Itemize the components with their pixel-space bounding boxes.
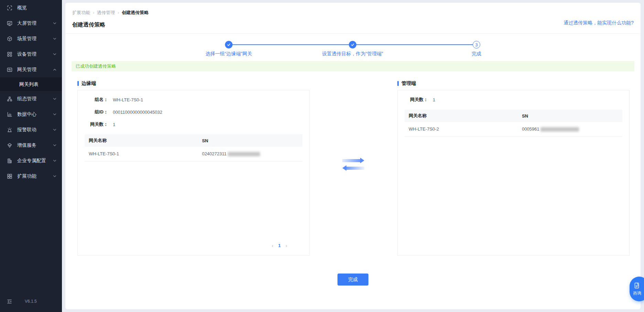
- table-row: WH-LTE-7S0-1 0240272311: [85, 147, 302, 161]
- step-connector: [233, 44, 349, 45]
- header-divider: [65, 33, 641, 34]
- help-link[interactable]: 通过透传策略，能实现什么功能?: [564, 20, 634, 26]
- edge-title-text: 边缘端: [82, 80, 96, 87]
- sidebar-item-extension[interactable]: 扩展功能: [0, 168, 62, 184]
- sidebar-item-alarm[interactable]: 报警联动: [0, 122, 62, 137]
- chevron-down-icon: [53, 159, 56, 163]
- chevron-down-icon: [53, 144, 56, 147]
- chevron-up-icon: [53, 68, 56, 71]
- edge-gateway-table: 网关名称 SN WH-LTE-7S0-1 0240272311: [85, 134, 302, 161]
- sidebar-item-gateway[interactable]: 网关管理: [0, 62, 62, 77]
- gateway-name-cell: WH-LTE-7S0-1: [85, 147, 198, 161]
- sidebar-item-label: 组态管理: [17, 96, 53, 102]
- chevron-down-icon: [53, 113, 56, 116]
- transfer-arrows-icon: [342, 158, 365, 171]
- management-section-title: 管理端: [397, 80, 630, 87]
- chevron-down-icon: [53, 175, 56, 178]
- sidebar-item-enterprise[interactable]: 企业专属配置: [0, 153, 62, 168]
- sidebar-item-label: 数据中心: [17, 111, 53, 118]
- field-value: 00011000000000045032: [113, 110, 162, 115]
- pagination-page-1[interactable]: 1: [278, 243, 281, 248]
- step-connector: [356, 44, 473, 45]
- field-gateway-count: 网关数： 1: [398, 97, 629, 103]
- check-icon: [351, 43, 355, 47]
- field-group-name: 组名： WH-LTE-7S0-1: [78, 97, 309, 103]
- management-gateway-table: 网关名称 SN WH-LTE-7S0-2 0005961: [405, 110, 622, 137]
- sn-masked-blur: [228, 152, 260, 156]
- sidebar-item-datacenter[interactable]: 数据中心: [0, 107, 62, 122]
- breadcrumb-item[interactable]: 扩展功能: [72, 10, 90, 16]
- step-2-label: 设置透传目标，作为“管理端”: [298, 51, 408, 57]
- check-icon: [227, 43, 231, 47]
- step-number: 3: [475, 42, 477, 47]
- main-content: 扩展功能 › 透传管理 › 创建透传策略 创建透传策略 通过透传策略，能实现什么…: [65, 3, 641, 309]
- stepper: 3 选择一组“边缘端”网关 设置透传目标，作为“管理端” 完成: [65, 37, 641, 60]
- chevron-down-icon: [53, 37, 56, 41]
- collapse-sidebar-icon[interactable]: [7, 299, 12, 304]
- sidebar-item-label: 设备管理: [17, 51, 53, 57]
- transfer-graphic-area: [310, 80, 397, 256]
- sidebar-item-bigscreen[interactable]: 大屏管理: [0, 15, 62, 31]
- breadcrumb-separator: ›: [118, 10, 119, 15]
- gateway-icon: [7, 67, 12, 73]
- finish-button[interactable]: 完成: [337, 274, 368, 286]
- field-value: 1: [433, 97, 435, 102]
- page-head: 创建透传策略 通过透传策略，能实现什么功能?: [65, 21, 641, 28]
- sidebar-item-device[interactable]: 设备管理: [0, 46, 62, 62]
- consult-fab-button[interactable]: 咨询: [630, 277, 644, 301]
- version-label: V6.1.5: [25, 299, 37, 304]
- pagination: ‹ 1 ›: [272, 243, 287, 248]
- sidebar-item-configuration[interactable]: 组态管理: [0, 91, 62, 107]
- page-title: 创建透传策略: [72, 22, 105, 27]
- sidebar-item-scene[interactable]: 场景管理: [0, 31, 62, 46]
- field-label: 组名：: [78, 97, 108, 103]
- scene-icon: [7, 36, 12, 42]
- configuration-icon: [7, 96, 12, 102]
- field-gateway-count: 网关数： 1: [78, 121, 309, 127]
- sidebar-item-label: 大屏管理: [17, 20, 53, 26]
- sidebar-item-label: 增值服务: [17, 142, 53, 148]
- gateway-sn-cell: 0240272311: [198, 147, 302, 161]
- sn-visible: 0005961: [522, 126, 539, 132]
- sidebar-subitem-gateway-list[interactable]: 网关列表: [0, 77, 62, 91]
- step-2-circle: [349, 41, 356, 48]
- chevron-down-icon: [53, 97, 56, 101]
- panels-row: 边缘端 组名： WH-LTE-7S0-1 组ID： 00011000000000…: [77, 80, 630, 256]
- column-header-sn: SN: [518, 110, 622, 122]
- column-header-name: 网关名称: [85, 134, 198, 147]
- edge-card: 组名： WH-LTE-7S0-1 组ID： 000110000000000450…: [77, 90, 310, 256]
- sidebar-item-label: 扩展功能: [17, 173, 53, 179]
- management-title-text: 管理端: [401, 80, 416, 87]
- consult-label: 咨询: [633, 290, 641, 296]
- sidebar-item-overview[interactable]: 概览: [0, 0, 62, 15]
- breadcrumb-item[interactable]: 透传管理: [97, 10, 115, 16]
- bigscreen-icon: [7, 21, 12, 26]
- footer-actions: 完成: [65, 274, 641, 286]
- chevron-down-icon: [53, 22, 56, 25]
- sidebar-item-label: 网关管理: [17, 67, 53, 73]
- sidebar-item-label: 企业专属配置: [17, 158, 53, 164]
- step-3-circle: 3: [473, 41, 480, 48]
- field-group-id: 组ID： 00011000000000045032: [78, 109, 309, 115]
- sn-visible: 0240272311: [202, 151, 226, 156]
- sidebar-item-vas[interactable]: 增值服务: [0, 137, 62, 153]
- table-row: WH-LTE-7S0-2 0005961: [405, 122, 622, 136]
- field-label: 组ID：: [78, 109, 108, 115]
- enterprise-icon: [7, 158, 12, 164]
- sidebar-item-label: 场景管理: [17, 36, 53, 42]
- gateway-name-cell: WH-LTE-7S0-2: [405, 122, 518, 136]
- breadcrumb-current: 创建透传策略: [122, 10, 149, 16]
- arrow-left: [342, 165, 365, 171]
- step-3-label: 完成: [421, 51, 532, 57]
- field-label: 网关数：: [78, 121, 108, 127]
- step-1-circle: [225, 41, 233, 48]
- sidebar-menu: 概览 大屏管理 场景管理: [0, 0, 62, 296]
- sidebar-footer: V6.1.5: [0, 296, 62, 312]
- pagination-prev-icon[interactable]: ‹: [272, 243, 273, 248]
- chevron-down-icon: [53, 53, 56, 56]
- datacenter-icon: [7, 112, 12, 117]
- step-1-label: 选择一组“边缘端”网关: [174, 51, 284, 57]
- pagination-next-icon[interactable]: ›: [286, 243, 287, 248]
- column-header-name: 网关名称: [405, 110, 518, 122]
- alarm-icon: [7, 127, 12, 133]
